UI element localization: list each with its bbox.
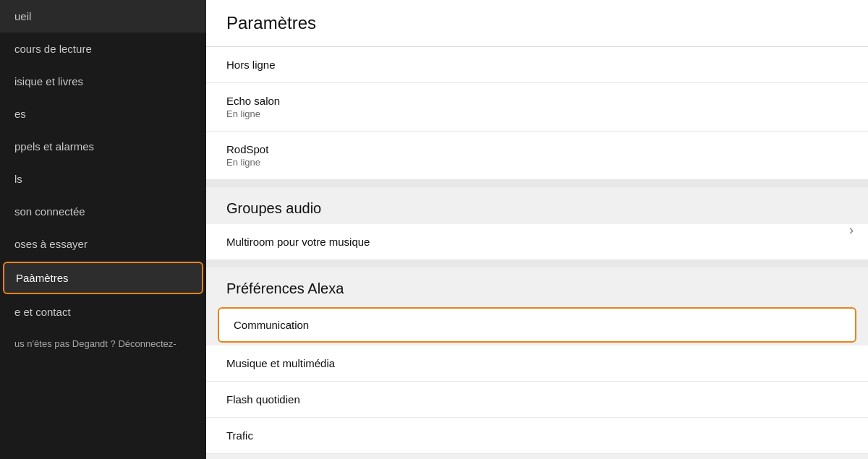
device-echo-salon[interactable]: Echo salon En ligne: [206, 83, 868, 132]
sidebar-item-maison-connectee[interactable]: son connectée: [0, 195, 206, 228]
sidebar: ueil cours de lecture isique et livres e…: [0, 0, 206, 459]
item-trafic[interactable]: Trafic ›: [206, 418, 868, 454]
item-name: Trafic: [226, 429, 848, 442]
item-multiroom[interactable]: Multiroom pour votre musique ›: [206, 224, 868, 260]
sidebar-item-choses-essayer[interactable]: oses à essayer: [0, 228, 206, 260]
item-name: Musique et multimédia: [226, 357, 848, 369]
item-communication[interactable]: Communication: [218, 307, 856, 343]
sidebar-item-aide-contact[interactable]: e et contact: [0, 296, 206, 328]
device-rodspot[interactable]: RodSpot En ligne: [206, 132, 868, 180]
sidebar-item-cours-lecture[interactable]: cours de lecture: [0, 33, 206, 65]
item-flash-quotidien[interactable]: Flash quotidien ›: [206, 382, 868, 418]
section-header-groupes-audio: Groupes audio: [206, 187, 868, 224]
device-name: RodSpot: [226, 143, 848, 155]
main-header: Paramètres: [206, 0, 868, 47]
section-divider: [206, 180, 868, 187]
item-name: Multiroom pour votre musique: [226, 236, 848, 248]
section-title: Préférences Alexa: [226, 280, 848, 297]
sidebar-item-appels-alarmes[interactable]: ppels et alarmes: [0, 130, 206, 163]
main-content: Paramètres Hors ligne Echo salon En lign…: [206, 0, 868, 459]
item-name: Communication: [234, 319, 841, 331]
item-musique-multimedia[interactable]: Musique et multimédia ›: [206, 346, 868, 382]
device-status: En ligne: [226, 157, 848, 168]
sidebar-footer-logout[interactable]: us n'êtes pas Degandt ? Déconnectez-: [0, 328, 206, 359]
section-title: Groupes audio: [226, 200, 848, 217]
page-title: Paramètres: [226, 13, 848, 33]
sidebar-item-listes[interactable]: es: [0, 98, 206, 130]
section-divider-2: [206, 260, 868, 267]
sidebar-item-skills[interactable]: ls: [0, 163, 206, 195]
sidebar-item-accueil[interactable]: ueil: [0, 0, 206, 33]
section-header-preferences-alexa: Préférences Alexa: [206, 267, 868, 304]
chevron-right-icon: ›: [849, 222, 854, 237]
sidebar-item-parametres[interactable]: Paàmètres: [3, 262, 203, 294]
device-name: Echo salon: [226, 95, 848, 107]
sidebar-item-musique-livres[interactable]: isique et livres: [0, 65, 206, 98]
item-name: Flash quotidien: [226, 393, 848, 406]
device-name: Hors ligne: [226, 59, 848, 71]
device-status: En ligne: [226, 108, 848, 119]
device-hors-ligne[interactable]: Hors ligne: [206, 47, 868, 83]
